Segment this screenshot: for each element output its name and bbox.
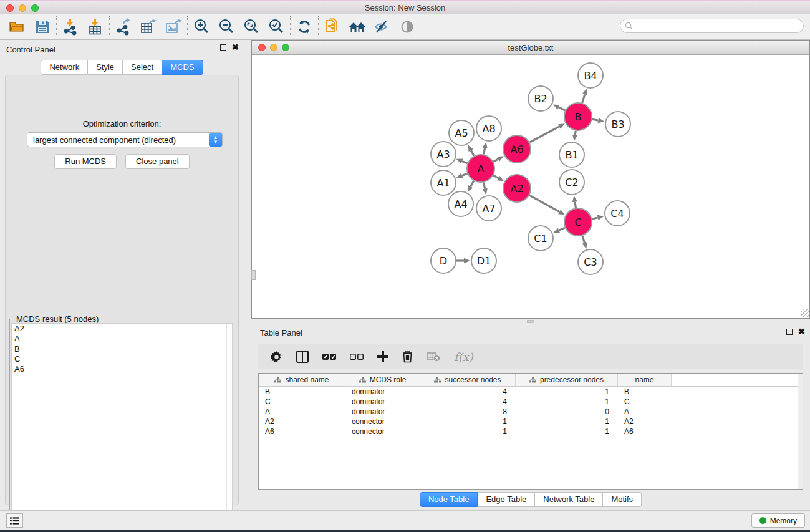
zoom-selected-icon[interactable] [264,16,289,38]
criterion-select[interactable]: largest connected component (directed) ▲… [27,132,223,147]
graph-edge-A-A8 [484,148,485,154]
save-session-icon[interactable] [30,16,55,38]
table-cell[interactable]: 1 [420,427,516,436]
network-canvas[interactable]: B4B2BB3A8A5A6A3B1AA1C2A2A4A7C4CC1DD1C3 [252,55,809,318]
show-graphics-icon[interactable] [395,16,420,38]
table-cell[interactable]: A2 [618,417,672,426]
zoom-fit-icon[interactable] [239,16,264,38]
window-resize-grip[interactable] [801,309,809,317]
task-history-button[interactable] [6,513,23,528]
panel-divider-handle[interactable] [251,270,256,280]
tab-node-table[interactable]: Node Table [420,492,478,507]
table-cell[interactable]: 1 [516,397,618,406]
table-cell[interactable]: 4 [420,387,516,396]
hide-panel-icon[interactable] [370,16,395,38]
tab-motifs[interactable]: Motifs [603,492,642,507]
network-minimize-button[interactable] [270,44,277,51]
minimize-window-button[interactable] [19,4,26,12]
delete-column-icon[interactable] [402,351,413,363]
result-item-a6[interactable]: A6 [12,364,232,374]
maximize-window-button[interactable] [31,4,39,12]
table-cell[interactable]: 4 [420,397,516,406]
tab-style[interactable]: Style [88,60,123,75]
search-box[interactable] [620,19,804,33]
tab-mcds[interactable]: MCDS [162,60,203,75]
function-builder-icon[interactable]: f(x) [454,351,473,364]
mcds-result-list[interactable]: A2ABCA6 [11,323,233,531]
table-cell[interactable]: 1 [516,427,618,436]
table-cell[interactable]: 1 [420,417,516,426]
export-image-icon[interactable] [161,16,186,38]
tab-select[interactable]: Select [123,60,162,75]
zoom-in-icon[interactable] [189,16,214,38]
result-item-b[interactable]: B [12,344,232,354]
table-row-a2[interactable]: A2connector11A2 [259,417,803,427]
cyndex-icon[interactable] [320,16,345,38]
table-cell[interactable]: A6 [259,427,345,436]
column-header-successor-nodes[interactable]: successor nodes [420,374,516,386]
table-cell[interactable]: 8 [420,407,516,416]
table-cell[interactable]: 1 [516,417,618,426]
float-panel-icon[interactable] [220,44,226,51]
table-cell[interactable]: 0 [516,407,618,416]
column-header-name[interactable]: name [618,374,672,386]
run-mcds-button[interactable]: Run MCDS [54,154,117,169]
result-scrollbar[interactable] [226,324,232,530]
table-options-gear-icon[interactable] [271,351,282,363]
close-panel-button[interactable]: Close panel [125,154,190,169]
table-cell[interactable]: connector [345,417,420,426]
export-table-icon[interactable] [136,16,161,38]
tab-network-table[interactable]: Network Table [535,492,603,507]
column-header-shared-name[interactable]: shared name [259,374,345,386]
tab-edge-table[interactable]: Edge Table [478,492,535,507]
table-row-c[interactable]: Cdominator41C [259,397,803,407]
table-cell[interactable]: B [259,387,345,396]
table-scrollbar[interactable] [798,374,803,489]
table-cell[interactable]: 1 [516,387,618,396]
import-network-icon[interactable] [58,16,83,38]
result-item-a2[interactable]: A2 [12,324,232,334]
table-cell[interactable]: C [618,397,672,406]
table-cell[interactable]: dominator [345,397,420,406]
table-cell[interactable]: A [618,407,672,416]
network-maximize-button[interactable] [282,44,289,51]
table-cell[interactable]: connector [345,427,420,436]
network-close-button[interactable] [258,44,266,51]
float-table-panel-icon[interactable] [786,329,793,335]
table-cell[interactable]: dominator [345,407,420,416]
deselect-all-icon[interactable] [350,352,364,361]
add-column-icon[interactable] [377,351,388,362]
delete-table-icon[interactable] [427,352,440,362]
result-item-c[interactable]: C [12,354,232,364]
table-row-b[interactable]: Bdominator41B [259,387,803,397]
select-all-icon[interactable] [322,352,336,361]
table-cell[interactable]: dominator [345,387,420,396]
column-visibility-icon[interactable] [296,351,309,363]
result-item-a[interactable]: A [12,334,232,344]
search-input[interactable] [635,22,803,31]
refresh-icon[interactable] [292,16,317,38]
memory-button[interactable]: Memory [751,513,805,528]
table-cell[interactable]: A2 [259,417,345,426]
table-cell[interactable]: C [259,397,345,406]
tab-network[interactable]: Network [41,60,88,75]
mcds-result-title: MCDS result (5 nodes) [14,314,101,324]
close-panel-icon[interactable]: ✖ [232,44,239,51]
close-window-button[interactable] [6,4,14,12]
import-table-icon[interactable] [83,16,108,38]
horizontal-divider-handle[interactable] [527,320,534,323]
open-file-icon[interactable] [5,16,30,38]
table-cell[interactable]: A6 [618,427,672,436]
table-row-a6[interactable]: A6connector11A6 [259,427,803,437]
ndex-home-icon[interactable] [345,16,370,38]
column-header-predecessor-nodes[interactable]: predecessor nodes [516,374,618,386]
table-row-a[interactable]: Adominator80A [259,407,803,417]
table-tabs: Node TableEdge TableNetwork TableMotifs [420,492,642,507]
table-cell[interactable]: A [259,407,345,416]
column-header-MCDS-role[interactable]: MCDS role [345,374,420,386]
zoom-out-icon[interactable] [214,16,239,38]
export-network-icon[interactable] [111,16,136,38]
table-cell[interactable]: B [618,387,672,396]
close-table-panel-icon[interactable]: ✖ [798,329,805,335]
network-window-titlebar[interactable]: testGlobe.txt [252,41,809,55]
